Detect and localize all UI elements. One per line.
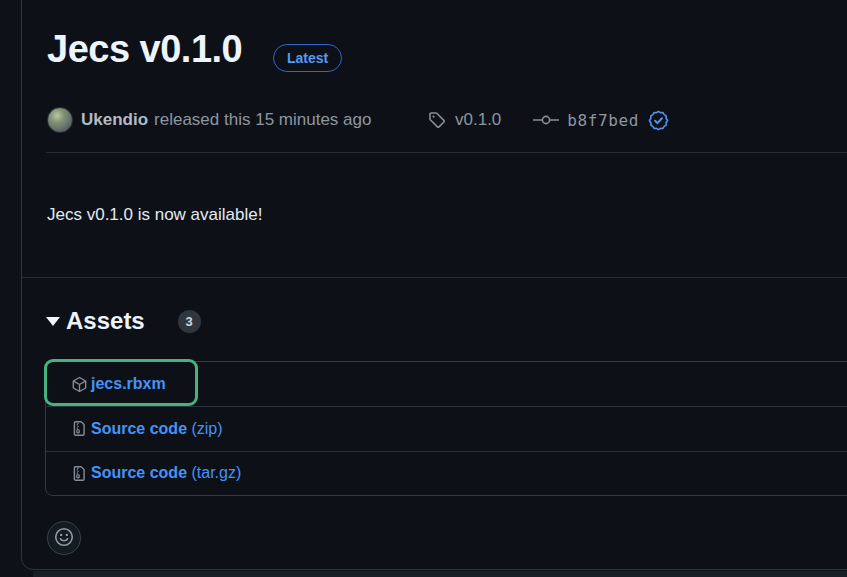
asset-suffix: (zip) — [187, 420, 223, 438]
release-card: Jecs v0.1.0 Latest Ukendio released this… — [21, 0, 847, 570]
latest-badge[interactable]: Latest — [273, 44, 342, 72]
zip-file-icon — [71, 420, 88, 437]
smiley-icon — [54, 527, 74, 550]
commit-link[interactable]: b8f7bed — [567, 111, 639, 130]
asset-row: Source code (tar.gz) — [46, 451, 847, 495]
add-reaction-button[interactable] — [47, 521, 81, 555]
assets-header: Assets 3 — [46, 307, 201, 335]
asset-name: Source code — [91, 420, 187, 438]
assets-count-badge: 3 — [178, 310, 201, 333]
git-commit-icon — [533, 112, 559, 128]
assets-heading: Assets — [66, 307, 145, 335]
header-divider — [46, 152, 847, 153]
package-icon — [71, 376, 88, 393]
release-title: Jecs v0.1.0 — [47, 27, 242, 71]
asset-link-source-zip[interactable]: Source code (zip) — [71, 420, 223, 438]
asset-suffix: (tar.gz) — [187, 464, 241, 482]
asset-row: jecs.rbxm — [46, 362, 847, 406]
author-link[interactable]: Ukendio — [81, 110, 148, 130]
assets-list: jecs.rbxm Source code (zip) Source code … — [45, 361, 847, 496]
asset-name: jecs.rbxm — [91, 375, 166, 393]
release-meta: v0.1.0 b8f7bed — [428, 106, 669, 134]
verified-icon[interactable] — [648, 110, 669, 131]
tag-icon — [428, 111, 446, 129]
release-notes: Jecs v0.1.0 is now available! — [47, 205, 262, 225]
zip-file-icon — [71, 465, 88, 482]
asset-link-jecs-rbxm[interactable]: jecs.rbxm — [71, 375, 166, 393]
released-text: released this 15 minutes ago — [154, 110, 371, 130]
author-avatar[interactable] — [47, 107, 73, 133]
body-divider — [22, 277, 847, 278]
tag-name: v0.1.0 — [455, 110, 501, 130]
release-byline: Ukendio released this 15 minutes ago — [47, 106, 371, 134]
asset-name: Source code — [91, 464, 187, 482]
asset-row: Source code (zip) — [46, 406, 847, 450]
asset-link-source-targz[interactable]: Source code (tar.gz) — [71, 464, 241, 482]
page-scroll-edge — [33, 571, 847, 577]
disclosure-triangle-icon[interactable] — [46, 317, 60, 326]
